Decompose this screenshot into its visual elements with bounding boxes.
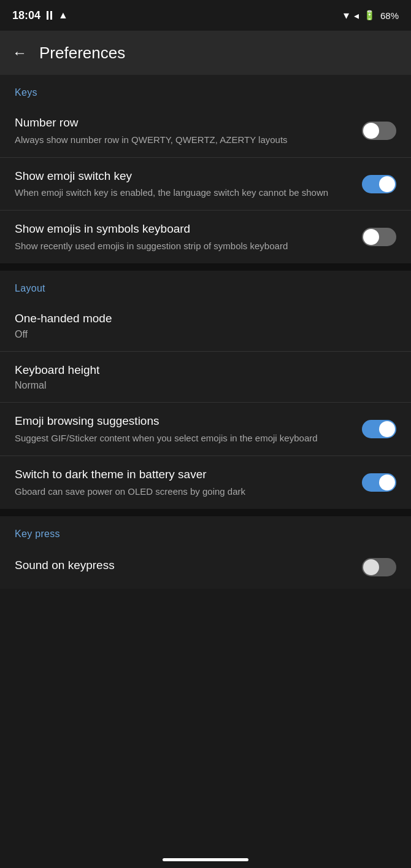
dark-theme-title: Switch to dark theme in battery saver <box>15 467 350 482</box>
keyboard-height-title: Keyboard height <box>15 363 384 378</box>
one-handed-title: One-handed mode <box>15 311 384 327</box>
dark-theme-item[interactable]: Switch to dark theme in battery saver Gb… <box>0 456 411 509</box>
sound-keypress-title: Sound on keypress <box>15 558 350 573</box>
number-row-subtitle: Always show number row in QWERTY, QWERTZ… <box>15 133 350 146</box>
battery-icon: 🔋 <box>364 10 375 21</box>
section-gap-2 <box>0 509 411 516</box>
status-icons: ▾ ◂ 🔋 68% <box>344 9 399 22</box>
pause-icon <box>47 11 52 20</box>
emoji-browsing-item[interactable]: Emoji browsing suggestions Suggest GIF/S… <box>0 403 411 455</box>
emoji-switch-knob <box>379 176 395 192</box>
dark-theme-knob <box>379 475 395 490</box>
emojis-symbols-subtitle: Show recently used emojis in suggestion … <box>15 239 350 252</box>
status-time: 18:04 <box>12 9 40 22</box>
layout-section-header: Layout <box>0 271 411 300</box>
emojis-symbols-item[interactable]: Show emojis in symbols keyboard Show rec… <box>0 211 411 263</box>
sound-keypress-knob <box>363 559 379 575</box>
top-bar: ← Preferences <box>0 31 411 75</box>
sound-keypress-toggle[interactable] <box>362 558 396 576</box>
signal-icon: ◂ <box>354 10 359 21</box>
layout-section: Layout One-handed mode Off Keyboard heig… <box>0 271 411 509</box>
one-handed-value: Off <box>15 329 384 340</box>
emoji-switch-title: Show emoji switch key <box>15 169 350 184</box>
content-area: Keys Number row Always show number row i… <box>0 75 411 589</box>
status-left: 18:04 ▲ <box>12 9 68 22</box>
key-press-section-header: Key press <box>0 516 411 546</box>
dark-theme-subtitle: Gboard can save power on OLED screens by… <box>15 485 350 498</box>
sound-keypress-item[interactable]: Sound on keypress <box>0 546 411 589</box>
emoji-browsing-toggle[interactable] <box>362 420 396 438</box>
section-gap-1 <box>0 263 411 271</box>
keys-section: Keys Number row Always show number row i… <box>0 75 411 263</box>
emoji-browsing-title: Emoji browsing suggestions <box>15 414 350 429</box>
navigation-icon: ▲ <box>58 10 68 21</box>
page-title: Preferences <box>39 44 125 63</box>
number-row-title: Number row <box>15 115 350 131</box>
dark-theme-toggle[interactable] <box>362 473 396 492</box>
status-bar: 18:04 ▲ ▾ ◂ 🔋 68% <box>0 0 411 31</box>
emoji-switch-toggle[interactable] <box>362 175 396 193</box>
emojis-symbols-toggle[interactable] <box>362 228 396 246</box>
number-row-item[interactable]: Number row Always show number row in QWE… <box>0 104 411 157</box>
nav-bar <box>163 858 248 861</box>
keyboard-height-value: Normal <box>15 380 384 391</box>
keys-section-header: Keys <box>0 75 411 104</box>
emoji-browsing-subtitle: Suggest GIF/Sticker content when you sel… <box>15 432 350 444</box>
one-handed-item[interactable]: One-handed mode Off <box>0 300 411 351</box>
emojis-symbols-knob <box>363 229 379 245</box>
emoji-switch-subtitle: When emoji switch key is enabled, the la… <box>15 186 350 199</box>
number-row-knob <box>363 123 379 139</box>
back-button[interactable]: ← <box>12 44 27 61</box>
number-row-toggle[interactable] <box>362 122 396 140</box>
emojis-symbols-title: Show emojis in symbols keyboard <box>15 222 350 237</box>
emoji-browsing-knob <box>379 421 395 437</box>
key-press-section: Key press Sound on keypress <box>0 516 411 589</box>
battery-percent: 68% <box>380 10 399 21</box>
bottom-nav <box>0 851 411 868</box>
wifi-icon: ▾ <box>344 9 349 22</box>
emoji-switch-item[interactable]: Show emoji switch key When emoji switch … <box>0 158 411 211</box>
keyboard-height-item[interactable]: Keyboard height Normal <box>0 352 411 403</box>
